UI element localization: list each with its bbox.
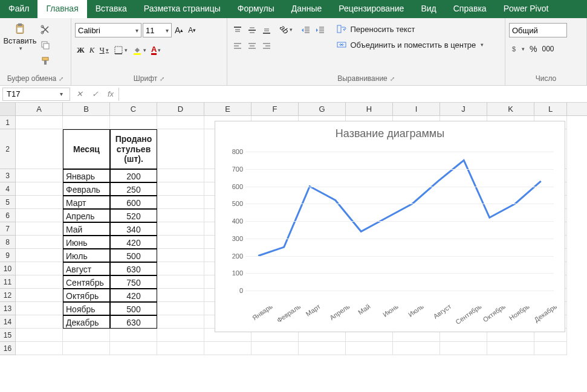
alignment-launcher[interactable]: ⤢ <box>390 76 395 82</box>
tab-главная[interactable]: Главная <box>37 0 86 18</box>
column-header-C[interactable]: C <box>110 103 157 115</box>
cell-C13[interactable]: 500 <box>110 302 157 315</box>
cell-B8[interactable]: Июнь <box>63 236 110 249</box>
clipboard-launcher[interactable]: ⤢ <box>59 76 63 82</box>
column-header-K[interactable]: K <box>487 103 534 115</box>
cell-D8[interactable] <box>157 236 204 249</box>
bold-button[interactable]: Ж <box>75 43 86 57</box>
chevron-down-icon[interactable]: ▾ <box>163 27 171 34</box>
increase-font-button[interactable]: A▴ <box>173 24 185 37</box>
font-family-input[interactable] <box>76 26 133 35</box>
cell-B11[interactable]: Сентябрь <box>63 275 110 289</box>
number-format-input[interactable] <box>510 26 566 35</box>
column-header-E[interactable]: E <box>204 103 251 115</box>
name-box[interactable]: ▾ <box>2 88 70 101</box>
cell-C15[interactable] <box>110 329 157 342</box>
cell-C4[interactable]: 250 <box>110 182 157 196</box>
row-header-7[interactable]: 7 <box>0 222 16 236</box>
column-header-J[interactable]: J <box>440 103 487 115</box>
cut-button[interactable] <box>39 23 52 36</box>
column-header-L[interactable]: L <box>534 103 567 115</box>
name-box-input[interactable] <box>3 89 57 98</box>
tab-данные[interactable]: Данные <box>283 0 331 18</box>
cell-A5[interactable] <box>16 196 63 209</box>
formula-input[interactable] <box>118 88 587 101</box>
column-header-B[interactable]: B <box>63 103 110 115</box>
cell-C6[interactable]: 520 <box>110 209 157 222</box>
cell-B4[interactable]: Февраль <box>63 182 110 196</box>
increase-indent-button[interactable] <box>314 23 327 37</box>
orientation-button[interactable]: ab▾ <box>278 23 294 36</box>
row-header-4[interactable]: 4 <box>0 182 16 196</box>
comma-format-button[interactable]: 000 <box>540 42 556 56</box>
cell-A2[interactable] <box>16 129 63 169</box>
cell-F16[interactable] <box>251 342 299 355</box>
cell-A14[interactable] <box>16 315 63 329</box>
column-header-H[interactable]: H <box>346 103 393 115</box>
number-format-combo[interactable] <box>509 23 567 37</box>
cell-A7[interactable] <box>16 222 63 236</box>
cell-A13[interactable] <box>16 302 63 315</box>
cell-D15[interactable] <box>157 329 204 342</box>
cell-D16[interactable] <box>157 342 204 355</box>
align-left-button[interactable] <box>231 39 244 53</box>
cell-D10[interactable] <box>157 262 204 275</box>
cell-B14[interactable]: Декабрь <box>63 315 110 329</box>
cell-D5[interactable] <box>157 196 204 209</box>
decrease-indent-button[interactable] <box>299 23 313 37</box>
cell-B5[interactable]: Март <box>63 196 110 209</box>
cell-D14[interactable] <box>157 315 204 329</box>
italic-button[interactable]: К <box>88 43 97 57</box>
row-header-3[interactable]: 3 <box>0 169 16 182</box>
cell-A15[interactable] <box>16 329 63 342</box>
cell-A3[interactable] <box>16 169 63 182</box>
copy-button[interactable] <box>39 39 52 52</box>
cell-B1[interactable] <box>63 116 110 129</box>
fill-color-button[interactable]: ▾ <box>131 43 148 57</box>
cell-C12[interactable]: 420 <box>110 289 157 302</box>
cell-B6[interactable]: Апрель <box>63 209 110 222</box>
cell-B10[interactable]: Август <box>63 262 110 275</box>
row-header-11[interactable]: 11 <box>0 275 16 289</box>
column-header-A[interactable]: A <box>16 103 63 115</box>
row-header-10[interactable]: 10 <box>0 262 16 275</box>
chevron-down-icon[interactable]: ▾ <box>133 27 141 34</box>
cell-D3[interactable] <box>157 169 204 182</box>
font-color-button[interactable]: А▾ <box>149 44 163 57</box>
row-header-14[interactable]: 14 <box>0 315 16 329</box>
cell-C7[interactable]: 340 <box>110 222 157 236</box>
cell-C16[interactable] <box>110 342 157 355</box>
cell-C2[interactable]: Продано стульев (шт). <box>110 129 157 169</box>
tab-вид[interactable]: Вид <box>412 0 444 18</box>
cell-C8[interactable]: 420 <box>110 236 157 249</box>
cell-C3[interactable]: 200 <box>110 169 157 182</box>
cell-D1[interactable] <box>157 116 204 129</box>
cell-C11[interactable]: 750 <box>110 275 157 289</box>
cancel-formula-button[interactable]: ✕ <box>71 89 87 98</box>
wrap-text-button[interactable]: Переносить текст <box>334 23 486 35</box>
percent-format-button[interactable]: % <box>528 42 539 56</box>
cell-K16[interactable] <box>487 342 534 355</box>
cell-L16[interactable] <box>534 342 567 355</box>
cell-D2[interactable] <box>157 129 204 169</box>
cell-B3[interactable]: Январь <box>63 169 110 182</box>
merge-center-button[interactable]: Объединить и поместить в центре ▾ <box>334 39 486 51</box>
cell-C9[interactable]: 500 <box>110 249 157 262</box>
cell-B2[interactable]: Месяц <box>63 129 110 169</box>
cell-B16[interactable] <box>63 342 110 355</box>
font-size-combo[interactable]: ▾ <box>143 23 172 37</box>
cell-D12[interactable] <box>157 289 204 302</box>
cell-D9[interactable] <box>157 249 204 262</box>
row-header-15[interactable]: 15 <box>0 329 16 342</box>
row-header-1[interactable]: 1 <box>0 116 16 129</box>
cell-G16[interactable] <box>299 342 346 355</box>
tab-справка[interactable]: Справка <box>445 0 495 18</box>
cell-B15[interactable] <box>63 329 110 342</box>
cell-B9[interactable]: Июль <box>63 249 110 262</box>
underline-button[interactable]: Ч▾ <box>98 43 111 57</box>
row-header-12[interactable]: 12 <box>0 289 16 302</box>
cell-C14[interactable]: 630 <box>110 315 157 329</box>
cell-B7[interactable]: Май <box>63 222 110 236</box>
align-center-button[interactable] <box>245 39 259 53</box>
cell-H16[interactable] <box>346 342 393 355</box>
